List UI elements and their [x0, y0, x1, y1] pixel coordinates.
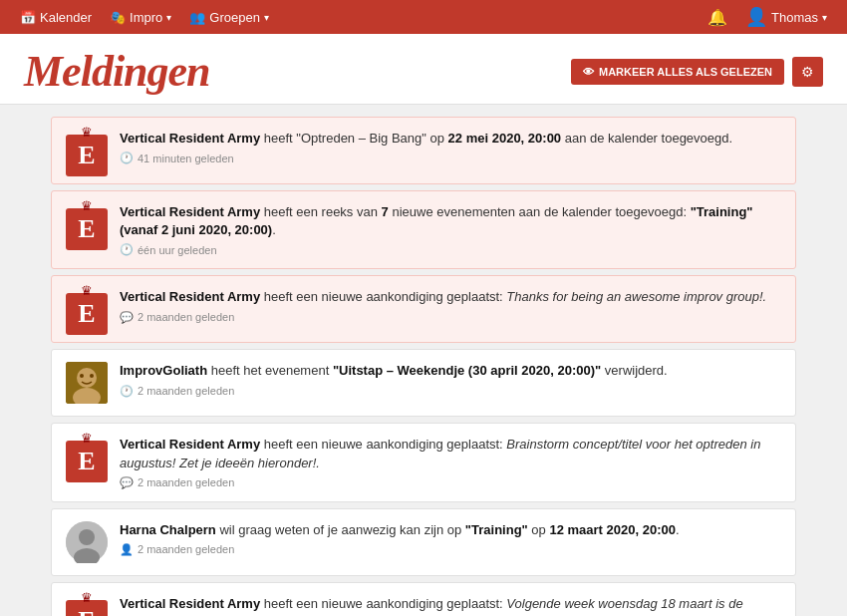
notification-content: ImprovGoliath heeft het evenement "Uitst…: [120, 362, 781, 397]
settings-button[interactable]: ⚙: [792, 57, 823, 87]
svg-point-4: [90, 374, 94, 378]
notification-content: Vertical Resident Army heeft "Optreden –…: [120, 130, 781, 164]
chevron-down-icon-groepen: ▾: [264, 12, 269, 23]
notification-item[interactable]: ♛ E Vertical Resident Army heeft een ree…: [51, 190, 796, 269]
notification-text: Vertical Resident Army heeft een reeks v…: [120, 203, 781, 239]
user-chevron-icon: ▾: [822, 12, 827, 23]
page-header: Meldingen 👁 MARKEER ALLES ALS GELEZEN ⚙: [0, 34, 847, 105]
notification-item[interactable]: ♛ E Vertical Resident Army heeft een nie…: [51, 423, 796, 501]
user-menu[interactable]: 👤 Thomas ▾: [737, 2, 835, 32]
avatar: [66, 362, 108, 404]
notification-time: 🕐 41 minuten geleden: [120, 152, 781, 164]
notification-text: Vertical Resident Army heeft een nieuwe …: [120, 288, 781, 306]
notification-text: Vertical Resident Army heeft een nieuwe …: [120, 595, 781, 616]
time-text: één uur geleden: [138, 244, 217, 256]
notification-time: 👤 2 maanden geleden: [120, 543, 781, 556]
time-icon: 🕐: [120, 385, 134, 398]
notification-content: Vertical Resident Army heeft een nieuwe …: [120, 288, 781, 323]
time-text: 2 maanden geleden: [138, 311, 234, 323]
topnav: 📅 Kalender 🎭 Impro ▾ 👥 Groepen ▾ 🔔 👤 Tho…: [0, 0, 847, 34]
avatar: ♛ E: [66, 595, 108, 616]
avatar: ♛ E: [66, 130, 108, 171]
groepen-icon: 👥: [189, 10, 205, 25]
notification-item[interactable]: ♛ E Vertical Resident Army heeft "Optred…: [51, 117, 796, 184]
time-icon: 💬: [120, 476, 134, 489]
bell-button[interactable]: 🔔: [700, 4, 735, 31]
chevron-down-icon: ▾: [166, 12, 171, 23]
notification-text: ImprovGoliath heeft het evenement "Uitst…: [120, 362, 781, 380]
gear-icon: ⚙: [801, 64, 814, 80]
nav-item-kalender[interactable]: 📅 Kalender: [12, 6, 100, 29]
crown-icon: ♛: [81, 283, 93, 298]
nav-item-impro[interactable]: 🎭 Impro ▾: [102, 6, 179, 29]
user-icon: 👤: [745, 6, 767, 28]
time-icon: 🕐: [120, 243, 134, 256]
crown-icon: ♛: [81, 198, 93, 213]
mark-all-read-button[interactable]: 👁 MARKEER ALLES ALS GELEZEN: [571, 59, 784, 85]
avatar: ♛ E: [66, 203, 108, 245]
calendar-icon: 📅: [20, 10, 36, 25]
eye-icon: 👁: [583, 66, 594, 78]
time-text: 41 minuten geleden: [138, 153, 234, 164]
notification-text: Vertical Resident Army heeft "Optreden –…: [120, 130, 781, 148]
bell-icon: 🔔: [707, 8, 727, 27]
page-title: Meldingen: [24, 50, 210, 94]
notification-item[interactable]: Harna Chalpern wil graag weten of je aan…: [51, 508, 796, 576]
time-icon: 💬: [120, 311, 134, 324]
notification-text: Vertical Resident Army heeft een nieuwe …: [120, 436, 781, 471]
notification-item[interactable]: ♛ E Vertical Resident Army heeft een nie…: [51, 275, 796, 343]
time-text: 2 maanden geleden: [138, 385, 234, 397]
notification-time: 💬 2 maanden geleden: [120, 476, 781, 489]
notification-content: Vertical Resident Army heeft een nieuwe …: [120, 436, 781, 488]
time-text: 2 maanden geleden: [138, 543, 234, 555]
crown-icon: ♛: [81, 125, 93, 140]
svg-point-6: [79, 529, 95, 545]
notification-content: Vertical Resident Army heeft een nieuwe …: [120, 595, 781, 616]
notification-content: Harna Chalpern wil graag weten of je aan…: [120, 521, 781, 556]
crown-icon: ♛: [81, 431, 93, 446]
svg-point-3: [80, 374, 84, 378]
header-actions: 👁 MARKEER ALLES ALS GELEZEN ⚙: [571, 57, 823, 87]
username: Thomas: [771, 10, 818, 25]
impro-icon: 🎭: [110, 10, 126, 25]
svg-point-1: [77, 368, 97, 388]
avatar: ♛ E: [66, 288, 108, 330]
notification-content: Vertical Resident Army heeft een reeks v…: [120, 203, 781, 256]
time-icon: 🕐: [120, 152, 134, 164]
notification-time: 💬 2 maanden geleden: [120, 311, 781, 324]
crown-icon: ♛: [81, 590, 93, 605]
notification-item[interactable]: ImprovGoliath heeft het evenement "Uitst…: [51, 349, 796, 417]
time-icon: 👤: [120, 543, 134, 556]
avatar: [66, 521, 108, 563]
notifications-container: ♛ E Vertical Resident Army heeft "Optred…: [35, 105, 812, 616]
notification-time: 🕐 2 maanden geleden: [120, 385, 781, 398]
notification-item[interactable]: ♛ E Vertical Resident Army heeft een nie…: [51, 582, 796, 616]
notification-time: 🕐 één uur geleden: [120, 243, 781, 256]
avatar-image: [66, 362, 108, 404]
time-text: 2 maanden geleden: [138, 476, 234, 488]
nav-item-groepen[interactable]: 👥 Groepen ▾: [181, 6, 277, 29]
avatar: ♛ E: [66, 436, 108, 477]
notification-text: Harna Chalpern wil graag weten of je aan…: [120, 521, 781, 539]
